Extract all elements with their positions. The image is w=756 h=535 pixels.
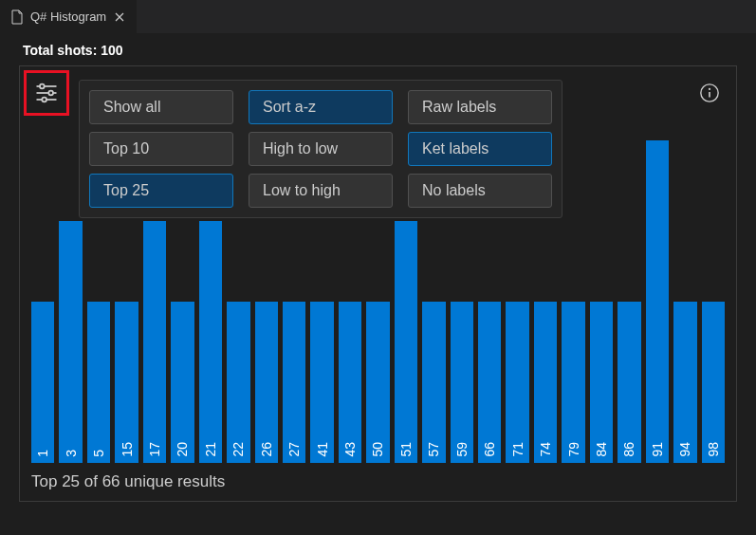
file-icon: [9, 9, 25, 25]
bar[interactable]: 41: [310, 302, 333, 463]
bar-label: 20: [175, 442, 190, 457]
svg-point-3: [40, 84, 45, 89]
filter-top-10[interactable]: Top 10: [89, 132, 233, 166]
bar-label: 41: [315, 442, 330, 457]
tab-bar: Q# Histogram: [0, 0, 756, 33]
filter-column-show: Show all Top 10 Top 25: [89, 90, 233, 208]
tab-qsharp-histogram[interactable]: Q# Histogram: [0, 0, 138, 33]
filter-panel: Show all Top 10 Top 25 Sort a-z High to …: [79, 80, 562, 218]
filter-top-25[interactable]: Top 25: [89, 174, 233, 208]
bar-label: 15: [120, 442, 135, 457]
bar-label: 79: [566, 442, 581, 457]
bar[interactable]: 1: [31, 302, 54, 463]
bar-label: 71: [510, 442, 526, 457]
tab-title: Q# Histogram: [30, 9, 106, 24]
bar[interactable]: 50: [366, 302, 389, 463]
filter-column-sort: Sort a-z High to low Low to high: [249, 90, 393, 208]
bar-label: 94: [677, 442, 692, 457]
bar-label: 27: [286, 442, 302, 457]
filter-low-high[interactable]: Low to high: [249, 174, 393, 208]
filter-column-labels: Raw labels Ket labels No labels: [408, 90, 552, 208]
bar-label: 57: [426, 442, 441, 457]
info-button[interactable]: [698, 82, 721, 104]
bar[interactable]: 15: [115, 302, 138, 463]
histogram-container: Show all Top 10 Top 25 Sort a-z High to …: [19, 65, 737, 502]
bar[interactable]: 20: [171, 302, 194, 463]
bar-label: 5: [91, 450, 106, 457]
content: Total shots: 100 Show all: [0, 33, 756, 511]
svg-point-7: [709, 88, 710, 90]
footer-summary: Top 25 of 66 unique results: [31, 472, 225, 491]
svg-point-4: [48, 91, 53, 96]
bar[interactable]: 71: [506, 302, 528, 463]
bar-label: 43: [342, 442, 358, 457]
bar-label: 98: [706, 442, 721, 457]
bar[interactable]: 74: [534, 302, 557, 463]
bar-label: 21: [203, 442, 218, 457]
bar[interactable]: 21: [199, 221, 222, 463]
filter-sort-az[interactable]: Sort a-z: [249, 90, 393, 124]
bar-label: 17: [147, 442, 162, 457]
total-shots-label: Total shots: 100: [23, 43, 737, 58]
sliders-icon: [33, 80, 60, 106]
svg-point-5: [42, 98, 46, 102]
bar[interactable]: 94: [673, 302, 696, 463]
bar[interactable]: 59: [451, 302, 473, 463]
info-icon: [699, 83, 720, 103]
bar[interactable]: 57: [422, 302, 445, 463]
bar[interactable]: 43: [339, 302, 361, 463]
bar-label: 66: [482, 442, 497, 457]
bar[interactable]: 84: [590, 302, 613, 463]
bar-label: 59: [454, 442, 470, 457]
bar-label: 3: [64, 450, 79, 457]
bar-label: 74: [538, 442, 553, 457]
bar[interactable]: 17: [143, 221, 166, 463]
filter-raw-labels[interactable]: Raw labels: [408, 90, 552, 124]
bar-label: 84: [594, 442, 609, 457]
bar[interactable]: 91: [646, 140, 669, 463]
bar-label: 1: [35, 450, 50, 457]
settings-button[interactable]: [29, 74, 64, 112]
bar[interactable]: 98: [702, 302, 725, 463]
filter-ket-labels[interactable]: Ket labels: [408, 132, 552, 166]
bar-label: 26: [259, 442, 274, 457]
bar-label: 50: [370, 442, 385, 457]
bar-label: 86: [621, 442, 636, 457]
filter-high-low[interactable]: High to low: [249, 132, 393, 166]
bar[interactable]: 66: [478, 302, 501, 463]
bar[interactable]: 5: [87, 302, 110, 463]
close-icon[interactable]: [112, 9, 127, 25]
bar-label: 91: [650, 442, 665, 457]
bar[interactable]: 22: [227, 302, 249, 463]
bar[interactable]: 51: [395, 221, 417, 463]
bar[interactable]: 27: [283, 302, 305, 463]
filter-show-all[interactable]: Show all: [89, 90, 233, 124]
bar-label: 22: [230, 442, 246, 457]
bar[interactable]: 79: [562, 302, 584, 463]
bar[interactable]: 86: [618, 302, 640, 463]
bar[interactable]: 3: [59, 221, 82, 463]
filter-no-labels[interactable]: No labels: [408, 174, 552, 208]
bar[interactable]: 26: [255, 302, 278, 463]
bar-label: 51: [398, 442, 414, 457]
